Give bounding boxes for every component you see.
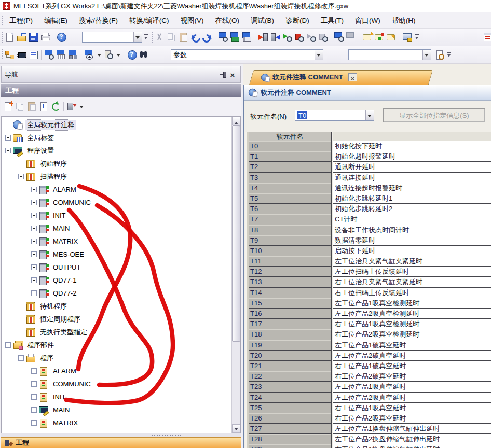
device-name-cell[interactable]: T4 <box>249 183 332 193</box>
scroll-up-icon[interactable] <box>232 117 240 125</box>
write-plc-icon[interactable] <box>258 32 269 43</box>
tab-device-comment[interactable]: 软元件注释 COMMENT <box>249 70 429 85</box>
copy-gray-icon[interactable] <box>166 32 177 43</box>
tree-item[interactable]: MATRIX <box>2 235 240 248</box>
parameter-combo[interactable]: 参数 <box>171 49 323 60</box>
tree-icon[interactable] <box>4 49 15 60</box>
toolbar-separator[interactable] <box>62 101 66 113</box>
device-name-combo[interactable]: T0 <box>295 110 374 121</box>
screen-lock-icon[interactable] <box>402 32 413 43</box>
expander-icon[interactable] <box>31 407 37 413</box>
secondary-combo[interactable] <box>348 49 431 60</box>
device-name-cell[interactable]: T14 <box>249 288 332 298</box>
tree-item[interactable]: MATRIX <box>2 416 240 429</box>
list-icon[interactable] <box>28 49 39 60</box>
tree-item[interactable]: 全局软元件注释 <box>2 118 240 131</box>
dev-eye-icon[interactable] <box>84 49 95 60</box>
device-name-cell[interactable]: T3 <box>249 173 332 183</box>
menu-debug[interactable]: 调试(B) <box>245 17 280 24</box>
device-comment-cell[interactable]: 左工位产品1破真空延时 <box>333 340 491 351</box>
expander-icon[interactable] <box>31 420 37 426</box>
device-comment-cell[interactable]: 右工位扫码上传反馈延时 <box>333 288 491 298</box>
device-comment-cell[interactable]: 左工位产品2破真空延时 <box>333 351 491 361</box>
expander-icon[interactable] <box>5 342 11 348</box>
device-comment-cell[interactable]: 左工位产品1吸真空延时 <box>333 382 491 392</box>
expander-icon[interactable] <box>31 187 37 192</box>
tree-item[interactable]: 全局标签 <box>2 131 240 144</box>
device-comment-cell[interactable]: 左工位产品1吸真空检测延时 <box>333 298 491 309</box>
tree-item[interactable]: 程序 <box>2 352 240 365</box>
device-comment-cell[interactable]: 左工位产品2吸真空检测延时 <box>333 309 491 319</box>
device-comment-cell[interactable]: 左工位产品2吸真空延时 <box>333 393 491 403</box>
device-name-cell[interactable]: T20 <box>249 351 332 361</box>
device-name-cell[interactable]: T25 <box>249 403 332 413</box>
page-find-icon[interactable] <box>434 49 445 60</box>
undo-icon[interactable] <box>190 32 201 43</box>
comment1-icon[interactable] <box>362 32 373 43</box>
device-comment-cell[interactable]: 左工位产品1换盘伸缩气缸伸出延时 <box>333 424 491 434</box>
device-comment-cell[interactable]: 通讯连接超时报警延时 <box>333 183 491 193</box>
device-comment-cell[interactable]: 初始化步跳转延时2 <box>333 204 491 214</box>
monitor-gray2-icon[interactable] <box>318 32 329 43</box>
device-comment-cell[interactable]: 右工位产品2破真空延时 <box>333 371 491 382</box>
device-comment-cell[interactable]: 右工位产品1换盘伸缩气缸伸出延时 <box>333 444 491 448</box>
tree-item[interactable]: 程序设置 <box>2 144 240 157</box>
menu-edit[interactable]: 编辑(E) <box>38 17 73 24</box>
device-name-cell[interactable]: T9 <box>249 235 332 246</box>
tree-item[interactable]: COMMUNIC <box>2 196 240 209</box>
tree-item[interactable]: MAIN <box>2 403 240 416</box>
chevron-down-icon[interactable] <box>315 50 323 60</box>
toolbar-separator[interactable] <box>397 32 401 43</box>
chip-icon[interactable] <box>16 49 27 60</box>
tree-item[interactable]: INIT <box>2 209 240 222</box>
toolbar-separator[interactable] <box>122 49 126 61</box>
device-comment-cell[interactable]: 右工位产品1破真空延时 <box>333 361 491 371</box>
expander-icon[interactable] <box>18 174 24 179</box>
toolbar-combo[interactable] <box>82 32 142 43</box>
device-comment-cell[interactable]: 启动按下延时 <box>333 246 491 256</box>
dev-io-icon[interactable] <box>242 32 253 43</box>
expander-icon[interactable] <box>31 381 37 387</box>
menu-window[interactable]: 窗口(W) <box>349 17 386 24</box>
nav-bottom-tab[interactable]: 工程 <box>1 437 241 448</box>
chevron-down-icon[interactable] <box>365 110 374 120</box>
dev-monitor-off-icon[interactable] <box>346 32 357 43</box>
scrollbar-thumb[interactable] <box>232 125 240 342</box>
toolbar-separator[interactable] <box>357 32 361 43</box>
overflow-icon[interactable] <box>414 32 420 43</box>
save-icon[interactable] <box>28 32 39 43</box>
dev-net-icon[interactable] <box>68 49 79 60</box>
device-name-cell[interactable]: T5 <box>249 193 332 204</box>
tree-item[interactable]: ALARM <box>2 365 240 377</box>
cut-icon[interactable] <box>154 32 165 43</box>
device-comment-cell[interactable]: 左工位扫码上传反馈延时 <box>333 267 491 277</box>
tree-item[interactable]: 初始程序 <box>2 157 240 170</box>
expander-icon[interactable] <box>5 135 11 141</box>
device-comment-cell[interactable]: CT计时 <box>333 214 491 225</box>
redo-icon[interactable] <box>202 32 213 43</box>
tree-item[interactable]: 待机程序 <box>2 300 240 313</box>
device-name-cell[interactable]: T2 <box>249 162 332 172</box>
tree-item[interactable]: MES-OEE <box>2 248 240 261</box>
expander-icon[interactable] <box>31 394 37 400</box>
device-name-cell[interactable]: T10 <box>249 246 332 256</box>
overflow-icon[interactable] <box>446 49 453 60</box>
tree-item[interactable]: QD77-1 <box>2 274 240 287</box>
menu-online[interactable]: 在线(O) <box>210 17 246 24</box>
pin-icon[interactable] <box>219 71 228 79</box>
monitor-watch-icon[interactable] <box>282 32 293 43</box>
tree-item[interactable]: INIT <box>2 390 240 403</box>
device-name-cell[interactable]: T13 <box>249 277 332 287</box>
tree-item[interactable]: MAIN <box>2 222 240 235</box>
monitor-stop-icon[interactable] <box>294 32 305 43</box>
device-name-cell[interactable]: T22 <box>249 371 332 382</box>
device-name-cell[interactable]: T16 <box>249 309 332 319</box>
device-comment-cell[interactable]: 初始化按下延时 <box>333 141 491 151</box>
tree-item[interactable]: ALARM <box>2 183 240 196</box>
expander-icon[interactable] <box>31 200 37 205</box>
new-icon[interactable] <box>4 32 15 43</box>
expander-icon[interactable] <box>31 239 37 244</box>
chevron-down-icon[interactable] <box>422 50 431 60</box>
device-name-cell[interactable]: T1 <box>249 151 332 162</box>
close-icon[interactable] <box>228 71 237 79</box>
